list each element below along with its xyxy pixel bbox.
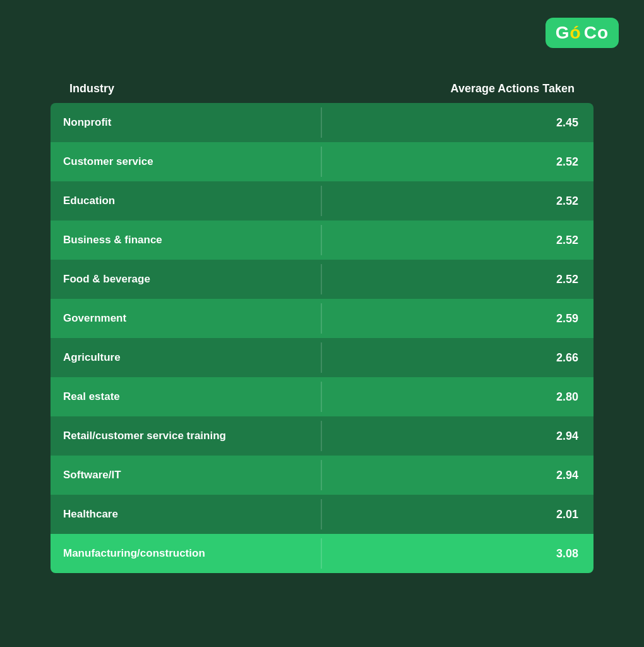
table-row: Software/IT 2.94: [51, 456, 593, 495]
table-row: Real estate 2.80: [51, 377, 593, 416]
row-industry: Agriculture: [51, 342, 322, 373]
table-row: Food & beverage 2.52: [51, 260, 593, 299]
row-value: 2.80: [322, 390, 593, 404]
row-value: 2.94: [322, 430, 593, 443]
row-value: 2.45: [322, 116, 593, 130]
row-value: 2.52: [322, 234, 593, 247]
row-industry: Software/IT: [51, 460, 322, 490]
logo-text-go: Gó: [556, 23, 581, 43]
table-row: Government 2.59: [51, 299, 593, 338]
row-value: 2.52: [322, 195, 593, 208]
row-industry: Food & beverage: [51, 264, 322, 294]
table-row: Education 2.52: [51, 181, 593, 221]
table-body: Nonprofit 2.45 Customer service 2.52 Edu…: [51, 103, 593, 573]
row-industry: Business & finance: [51, 225, 322, 255]
table-row: Manufacturing/construction 3.08: [51, 534, 593, 573]
row-industry: Healthcare: [51, 499, 322, 529]
row-industry: Manufacturing/construction: [51, 538, 322, 569]
data-table: Industry Average Actions Taken Nonprofit…: [51, 82, 593, 573]
table-row: Nonprofit 2.45: [51, 103, 593, 142]
row-industry: Customer service: [51, 147, 322, 177]
row-value: 2.52: [322, 155, 593, 169]
row-value: 2.01: [322, 508, 593, 521]
row-industry: Retail/customer service training: [51, 421, 322, 451]
row-value: 2.52: [322, 273, 593, 286]
table-row: Customer service 2.52: [51, 142, 593, 181]
table-header: Industry Average Actions Taken: [51, 82, 593, 103]
row-value: 3.08: [322, 547, 593, 560]
column-header-industry: Industry: [57, 82, 328, 95]
row-industry: Real estate: [51, 382, 322, 412]
row-industry: Nonprofit: [51, 107, 322, 138]
logo-text-co: Co: [584, 23, 609, 43]
row-industry: Education: [51, 186, 322, 216]
logo-badge: Gó Co: [546, 18, 619, 48]
table-row: Healthcare 2.01: [51, 495, 593, 534]
column-header-avg: Average Actions Taken: [328, 82, 587, 95]
row-value: 2.59: [322, 312, 593, 325]
table-row: Business & finance 2.52: [51, 221, 593, 260]
table-row: Retail/customer service training 2.94: [51, 416, 593, 456]
row-industry: Government: [51, 303, 322, 334]
row-value: 2.94: [322, 469, 593, 482]
table-row: Agriculture 2.66: [51, 338, 593, 377]
row-value: 2.66: [322, 351, 593, 365]
logo: Gó Co: [546, 18, 619, 48]
